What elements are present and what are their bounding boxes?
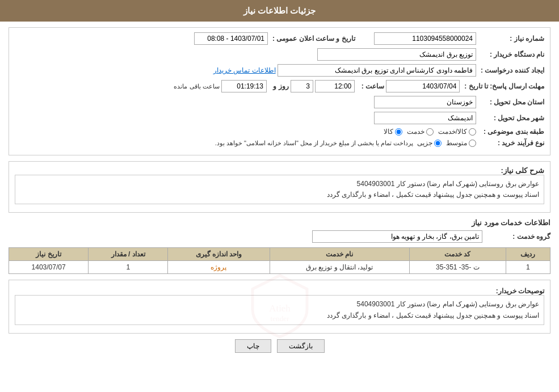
city-label: شهر محل تحویل :	[476, 114, 544, 122]
row-deadline: مهلت ارسال پاسخ: تا تاریخ : ساعت : روز و…	[15, 80, 544, 92]
deadline-date-input[interactable]	[386, 80, 460, 92]
deadline-days-input[interactable]	[291, 80, 313, 92]
purchase-radio-jozii[interactable]	[434, 140, 442, 147]
datetime-input[interactable]	[194, 32, 268, 45]
row-service-group: گروه خدمت :	[9, 230, 550, 243]
category-option-khadamat[interactable]: خدمت	[407, 128, 434, 136]
purchase-radio-motavaset[interactable]	[469, 140, 476, 147]
buyer-description-label: توصیحات خریدار:	[487, 287, 544, 295]
col-unit: واحد اندازه گیری	[168, 248, 270, 261]
deadline-days-label: روز و	[268, 82, 288, 90]
deadline-time-label: ساعت :	[357, 82, 384, 90]
cell-quantity: 1	[89, 261, 168, 274]
creator-input[interactable]	[278, 64, 476, 77]
city-input[interactable]	[374, 112, 476, 124]
category-option-kala-khadamat[interactable]: کالا/خدمت	[438, 128, 476, 136]
category-label: طبقه بندی موضوعی :	[476, 128, 544, 136]
col-row: ردیف	[506, 248, 550, 261]
cell-row: 1	[506, 261, 550, 274]
deadline-label: مهلت ارسال پاسخ: تا تاریخ :	[460, 82, 544, 90]
buyer-description-section: توصیحات خریدار: عوارض برق روستایی (شهرک …	[9, 280, 550, 333]
cell-name: تولید، انتقال و توزیع برق	[270, 261, 409, 274]
id-input[interactable]	[374, 32, 476, 45]
deadline-time-input[interactable]	[315, 80, 355, 92]
service-group-label: گروه خدمت :	[482, 233, 550, 241]
category-radio-khadamat[interactable]	[426, 128, 434, 136]
remaining-time-input[interactable]	[221, 80, 267, 92]
cell-code: ت -35- 351-35	[409, 261, 506, 274]
description-box: عوارض برق روستایی (شهرک امام رضا) دستور …	[15, 175, 544, 204]
cell-date: 1403/07/07	[9, 261, 89, 274]
description-row: شرح کلی نیاز: عوارض برق روستایی (شهرک ام…	[15, 166, 544, 204]
description-section: شرح کلی نیاز: عوارض برق روستایی (شهرک ام…	[9, 161, 550, 213]
col-date: تاریخ نیاز	[9, 248, 89, 261]
description-text: عوارض برق روستایی (شهرک امام رضا) دستور …	[20, 179, 539, 189]
col-name: نام خدمت	[270, 248, 409, 261]
row-category: طبقه بندی موضوعی : کالا/خدمت خدمت کالا	[15, 128, 544, 136]
row-id-datetime: شماره نیاز : تاریخ و ساعت اعلان عمومی :	[15, 32, 544, 45]
cell-unit: پروژه	[168, 261, 270, 274]
row-creator: ایجاد کننده درخواست : اطلاعات تماس خریدا…	[15, 64, 544, 77]
description-text2: اسناد پیوست و همچنین جدول پیشنهاد قیمت ت…	[20, 189, 539, 200]
province-input[interactable]	[374, 96, 476, 108]
row-buyer: نام دستگاه خریدار :	[15, 48, 544, 61]
button-group: بازگشت چاپ	[9, 339, 550, 353]
buyer-input[interactable]	[317, 48, 476, 61]
category-radio-group: کالا/خدمت خدمت کالا	[384, 128, 476, 136]
back-button[interactable]: بازگشت	[277, 339, 325, 353]
category-radio-kala-khadamat[interactable]	[469, 128, 476, 136]
contact-link[interactable]: اطلاعات تماس خریدار	[213, 66, 276, 74]
purchase-type-radio-group: متوسط جزیی	[417, 139, 476, 147]
creator-label: ایجاد کننده درخواست :	[476, 66, 544, 74]
service-group-input[interactable]	[312, 230, 482, 243]
category-option-kala[interactable]: کالا	[384, 128, 402, 136]
buyer-description-text1: عوارض برق روستایی (شهرک امام رضا) دستور …	[20, 299, 539, 310]
buyer-description-text2: اسناد پیوست و همچنین جدول پیشنهاد قیمت ت…	[20, 310, 539, 321]
remaining-label: ساعت باقی مانده	[174, 83, 219, 90]
row-province: استان محل تحویل :	[15, 96, 544, 108]
page-header: جزئیات اطلاعات نیاز	[0, 0, 559, 22]
id-label: شماره نیاز :	[476, 35, 544, 43]
buyer-description-row: توصیحات خریدار: عوارض برق روستایی (شهرک …	[15, 285, 544, 324]
col-quantity: تعداد / مقدار	[89, 248, 168, 261]
services-table: ردیف کد خدمت نام خدمت واحد اندازه گیری ت…	[9, 247, 550, 274]
purchase-option-jozii[interactable]: جزیی	[417, 139, 442, 147]
province-label: استان محل تحویل :	[476, 98, 544, 106]
table-row: 1 ت -35- 351-35 تولید، انتقال و توزیع بر…	[9, 261, 550, 274]
row-purchase-type: نوع فرآیند خرید : متوسط جزیی پرداخت تمام…	[15, 139, 544, 147]
purchase-note: پرداخت تمام یا بخشی از مبلغ خریدار از مح…	[215, 140, 414, 147]
purchase-type-label: نوع فرآیند خرید :	[476, 139, 544, 147]
page-title: جزئیات اطلاعات نیاز	[243, 6, 316, 15]
buyer-description-box: عوارض برق روستایی (شهرک امام رضا) دستور …	[15, 295, 544, 324]
col-code: کد خدمت	[409, 248, 506, 261]
print-button[interactable]: چاپ	[235, 339, 271, 353]
row-city: شهر محل تحویل :	[15, 112, 544, 124]
main-form: شماره نیاز : تاریخ و ساعت اعلان عمومی : …	[9, 27, 550, 155]
buyer-label: نام دستگاه خریدار :	[476, 50, 544, 58]
purchase-option-motavaset[interactable]: متوسط	[446, 139, 476, 147]
category-radio-kala[interactable]	[395, 128, 402, 136]
datetime-label: تاریخ و ساعت اعلان عمومی :	[268, 35, 355, 43]
services-section-title: اطلاعات خدمات مورد نیاز	[9, 218, 550, 227]
description-section-title: شرح کلی نیاز:	[487, 166, 544, 175]
